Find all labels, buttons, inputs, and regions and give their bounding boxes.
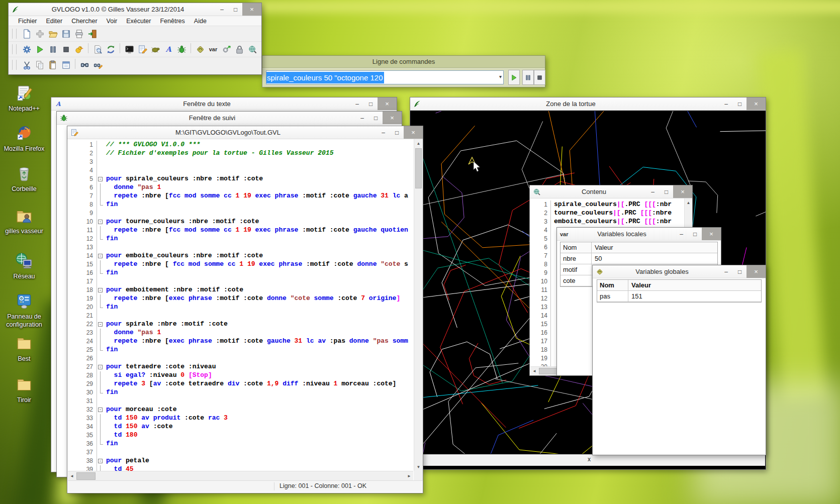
command-titlebar[interactable]: Ligne de commandes — [262, 56, 545, 68]
close-button[interactable]: × — [746, 265, 766, 278]
code-line-24[interactable]: 24 repete :nbre [exec phrase :motif :cot… — [68, 337, 413, 346]
code-line-15[interactable]: 15 repete :nbre [ fcc mod somme cc 1 19 … — [68, 260, 413, 269]
stop-button[interactable] — [59, 43, 72, 55]
locales-titlebar[interactable]: var Variables locales –□× — [557, 228, 721, 241]
code-line-17[interactable]: 17 — [68, 277, 413, 286]
toolbar-grip[interactable] — [12, 44, 17, 54]
fold-collapse-icon[interactable]: - — [98, 459, 103, 463]
scroll-right-icon[interactable]: ► — [405, 471, 413, 481]
code-line-8[interactable]: 8fin — [68, 200, 413, 209]
console-button[interactable] — [123, 43, 136, 55]
minimize-button[interactable]: – — [377, 126, 390, 139]
minimize-button[interactable]: – — [675, 228, 688, 240]
fold-collapse-icon[interactable]: - — [98, 408, 103, 412]
texte-titlebar[interactable]: A Fenêtre du texte –□× — [51, 97, 397, 111]
fold-collapse-icon[interactable]: - — [98, 288, 103, 292]
code-line-36[interactable]: 36fin — [68, 440, 413, 448]
close-button[interactable]: × — [702, 228, 721, 240]
maximize-button[interactable]: □ — [660, 185, 673, 198]
code-line-6[interactable]: 6 donne "pas 1 — [68, 183, 413, 192]
scroll-up-icon[interactable]: ▲ — [414, 139, 423, 147]
code-editor[interactable]: 1// *** GVLOGO V1.0.0 ***2// Fichier d'e… — [68, 139, 413, 471]
chevron-down-icon[interactable]: ▾ — [499, 74, 502, 79]
desktop-icon-gilles-vasseur[interactable]: gilles vasseur — [2, 207, 46, 236]
menu-exécuter[interactable]: Exécuter — [122, 17, 155, 25]
contenu-row-2[interactable]: 2tourne_couleurs|[.PRC [[[:nbre — [530, 209, 684, 218]
minimize-button[interactable]: – — [215, 3, 229, 16]
run-command-button[interactable] — [508, 70, 520, 85]
close-button[interactable]: × — [746, 97, 766, 110]
scroll-left-icon[interactable]: ◄ — [530, 367, 538, 375]
save-button[interactable] — [59, 28, 72, 40]
exec-gear-button[interactable] — [220, 43, 233, 55]
fold-collapse-icon[interactable]: - — [98, 365, 103, 369]
desktop-icon-firefox[interactable]: Mozilla Firefox — [2, 125, 46, 153]
code-line-11[interactable]: 11 repete :nbre [fcc mod somme cc 1 19 e… — [68, 226, 413, 235]
suivi-titlebar[interactable]: Fenêtre de suivi –□× — [57, 112, 402, 125]
code-line-31[interactable]: 31 — [68, 397, 413, 406]
code-line-18[interactable]: 18-pour emboitement :nbre :motif :cote — [68, 286, 413, 294]
pause-command-button[interactable] — [522, 70, 534, 85]
refresh-button[interactable] — [104, 43, 117, 55]
minimize-button[interactable]: – — [719, 265, 733, 278]
scroll-down-icon[interactable]: ▼ — [414, 463, 423, 471]
maximize-button[interactable]: □ — [369, 112, 383, 124]
add-button[interactable] — [33, 28, 46, 40]
pause-button[interactable] — [46, 43, 59, 55]
scroll-up-icon[interactable]: ▲ — [685, 198, 692, 207]
close-button[interactable]: × — [673, 185, 692, 198]
run-button[interactable] — [33, 43, 46, 55]
desktop-icon-panneau[interactable]: Panneau de configuration — [2, 292, 46, 329]
contenu-row-3[interactable]: 3emboite_couleurs|[.PRC [[[:nbr — [530, 218, 684, 226]
toolbar-grip[interactable] — [12, 60, 17, 70]
find-button[interactable] — [78, 59, 91, 71]
editor-vscrollbar[interactable]: ▲ ▼ — [414, 139, 423, 471]
desktop-icon-corbeille[interactable]: Corbeille — [2, 165, 46, 193]
code-line-10[interactable]: 10-pour tourne_couleurs :nbre :motif :co… — [68, 218, 413, 226]
command-combobox[interactable]: spirale_couleurs 50 "octogone 120 ▾ — [266, 70, 504, 84]
code-line-14[interactable]: 14-pour emboite_couleurs :nbre :motif :c… — [68, 252, 413, 260]
code-line-39[interactable]: 39 td 45 — [68, 465, 413, 471]
edit-button[interactable] — [136, 43, 149, 55]
editor-titlebar[interactable]: M:\GIT\GVLOGO\GVLogo\Tout.GVL –□× — [67, 126, 423, 139]
code-line-13[interactable]: 13 — [68, 243, 413, 252]
menu-fenêtres[interactable]: Fenêtres — [155, 17, 189, 25]
menu-fichier[interactable]: Fichier — [14, 17, 42, 25]
code-line-4[interactable]: 4 — [68, 166, 413, 175]
code-line-25[interactable]: 25fin — [68, 346, 413, 354]
fold-collapse-icon[interactable]: - — [98, 254, 103, 258]
code-line-20[interactable]: 20fin — [68, 303, 413, 312]
code-line-27[interactable]: 27-pour tetraedre :cote :niveau — [68, 363, 413, 371]
code-line-35[interactable]: 35 td 180 — [68, 431, 413, 440]
form-button[interactable] — [59, 59, 72, 71]
contenu-titlebar[interactable]: Contenu –□× — [530, 185, 692, 198]
desktop-icon-tiroir[interactable]: Tiroir — [2, 376, 46, 405]
menu-voir[interactable]: Voir — [102, 17, 122, 25]
print-button[interactable] — [72, 28, 85, 40]
cut-button[interactable] — [20, 59, 33, 71]
code-line-1[interactable]: 1// *** GVLOGO V1.0.0 *** — [68, 141, 413, 149]
code-line-32[interactable]: 32-pour morceau :cote — [68, 406, 413, 414]
code-line-33[interactable]: 33 td 150 av produit :cote rac 3 — [68, 414, 413, 423]
tortue-bottom-bar[interactable]: x — [411, 454, 765, 466]
close-button[interactable]: × — [242, 3, 261, 16]
code-line-12[interactable]: 12fin — [68, 235, 413, 243]
code-line-38[interactable]: 38-pour petale — [68, 457, 413, 465]
scroll-left-icon[interactable]: ◄ — [68, 471, 76, 481]
minimize-button[interactable]: – — [355, 112, 369, 124]
toolbar-grip[interactable] — [12, 29, 17, 39]
globe-button[interactable] — [246, 43, 259, 55]
editor-hscrollbar[interactable]: ◄ ► — [68, 471, 413, 481]
code-line-16[interactable]: 16fin — [68, 269, 413, 277]
code-line-9[interactable]: 9 — [68, 209, 413, 218]
minimize-button[interactable]: – — [646, 185, 660, 198]
code-line-3[interactable]: 3 — [68, 158, 413, 166]
font-button[interactable]: A — [162, 43, 175, 55]
code-line-2[interactable]: 2// Fichier d'exemples pour la tortue - … — [68, 149, 413, 158]
code-line-30[interactable]: 30fin — [68, 388, 413, 397]
scroll-thumb[interactable] — [76, 472, 96, 480]
close-button[interactable]: × — [383, 112, 402, 124]
menu-aide[interactable]: Aide — [190, 17, 211, 25]
maximize-button[interactable]: □ — [688, 228, 702, 240]
code-line-22[interactable]: 22-pour spirale :nbre :motif :cote — [68, 320, 413, 329]
